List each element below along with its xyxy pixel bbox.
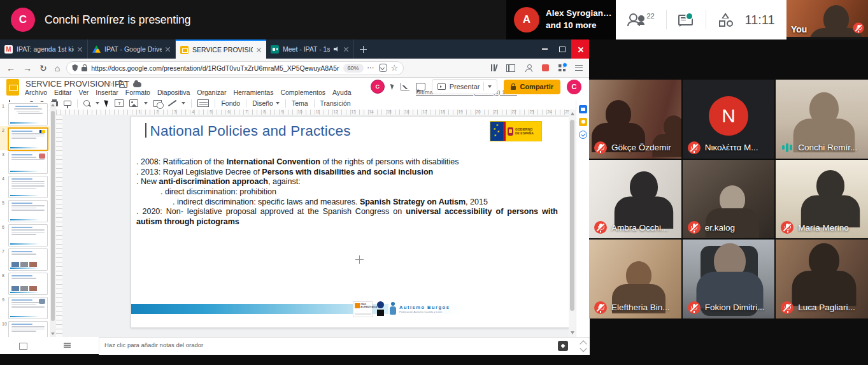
slide-title[interactable]: National Policies and Practices [145,123,351,140]
close-tab-icon[interactable] [78,47,83,52]
move-folder-icon[interactable] [119,82,127,88]
transition-button[interactable]: Transición [320,99,351,107]
participant-tile[interactable]: Eleftheria Bin... [589,240,681,318]
sidebar-icon[interactable] [506,64,515,72]
thumbnail-slide-3[interactable]: 3 [0,150,50,175]
calendar-icon[interactable] [579,105,587,113]
thumbnail-scrollbar[interactable] [50,102,56,337]
profile-icon[interactable] [525,64,532,72]
participant-tile[interactable]: N Νικολέττα Μ... [683,80,775,159]
menu-hamburger-icon[interactable] [575,65,583,71]
home-button[interactable]: ⌂ [55,64,60,73]
star-document-icon[interactable]: ☆ [107,80,113,88]
https-lock-icon[interactable] [82,67,87,71]
thumbnail-slide-7[interactable]: 7 [0,247,50,271]
new-tab-button[interactable] [354,39,372,59]
current-slide[interactable]: National Policies and Practices ★★★★ GOB… [131,116,570,328]
thumbnail-slide-1[interactable]: 1 [0,102,50,126]
thumbnail-slide-8[interactable]: 8 [0,271,50,296]
activity-dashboard-icon[interactable] [401,83,409,90]
participant-name: Luca Pagliari... [798,303,855,312]
text-box-icon[interactable]: T [115,99,124,107]
participant-tile[interactable]: er.kalog [683,160,775,239]
page-actions-icon[interactable]: ⋯ [367,64,375,72]
keep-icon[interactable] [579,118,587,126]
thumbnail-slide-5[interactable]: 5 [0,199,50,223]
autismo-figure-icon [388,301,397,317]
canvas-scrollbar[interactable] [569,110,576,337]
follow-cursor-icon[interactable] [390,83,395,90]
tab-meet[interactable]: Meet - IPAT - 1st Kick off m [266,39,354,59]
tracking-shield-icon[interactable] [72,64,78,71]
tab-drive[interactable]: IPAT - Google Drive [88,39,176,59]
library-icon[interactable] [491,64,497,71]
bookmark-star-icon[interactable]: ☆ [391,64,399,72]
people-button[interactable]: 22 [627,13,654,26]
layout-button[interactable]: Diseño [252,99,280,107]
activities-button[interactable] [718,13,733,27]
close-tab-icon[interactable] [344,47,349,52]
background-button[interactable]: Fondo [221,99,240,107]
pocket-icon[interactable] [379,64,387,72]
participant-tile[interactable]: Gökçe Özdemir [589,80,681,159]
extensions-grid-icon[interactable] [559,64,566,71]
zoom-caret[interactable] [96,102,99,104]
maximize-button[interactable] [553,39,571,59]
mic-muted-icon [594,141,607,154]
view-switcher [0,337,99,354]
insert-shape-icon[interactable] [153,100,162,107]
speaker-notes[interactable]: Haz clic para añadir notas del orador [99,337,590,355]
present-dropdown-caret[interactable] [488,85,492,88]
tab-slides-active[interactable]: SERVICE PROVISION IPAT - Pres [176,39,266,59]
autismo-burgos-logo: Autismo Burgos Federación Autismo Castil… [388,301,443,318]
grid-view-icon[interactable] [64,343,71,348]
address-bar[interactable]: https://docs.google.com/presentation/d/1… [66,61,404,75]
account-avatar[interactable]: C [567,80,581,94]
thumbnail-slide-9[interactable]: 9 [0,296,50,320]
tab-gmail[interactable]: M IPAT: agenda 1st kick off meeti [0,39,88,59]
participant-tile[interactable]: Conchi Remír... [776,80,868,159]
select-tool-icon[interactable] [104,99,110,107]
slides-app-icon[interactable] [6,79,19,96]
thumbnail-slide-6[interactable]: 6 [0,223,50,247]
participant-tile[interactable]: Luca Pagliari... [776,240,868,318]
close-window-button[interactable] [571,39,589,59]
close-tab-icon[interactable] [257,47,262,52]
presenting-banner: Conchi Remírez is presenting [45,0,191,39]
paint-format-icon[interactable] [64,101,71,106]
participant-tile[interactable]: Ambra Occhi... [589,160,681,239]
close-tab-icon[interactable] [166,47,171,52]
filmstrip-view-icon[interactable] [19,343,27,350]
page-zoom-indicator[interactable]: 60% [343,64,364,73]
present-button[interactable]: Presentar [432,79,498,94]
text-cursor [145,123,146,138]
tasks-icon[interactable] [579,131,587,139]
self-video-tile[interactable]: You [786,0,868,37]
forward-button[interactable]: → [23,64,32,73]
chat-button[interactable] [678,13,694,26]
insert-line-icon[interactable] [167,99,176,108]
placeholder-icon[interactable] [197,99,209,107]
participant-tile[interactable]: María Merino [776,160,868,239]
comments-icon[interactable] [416,83,425,90]
share-button[interactable]: Compartir [504,80,560,94]
presence-avatar[interactable]: C [371,80,385,94]
theme-button[interactable]: Tema [292,99,308,107]
minimize-button[interactable] [536,39,553,59]
extension-icon[interactable] [542,64,549,71]
insert-image-icon[interactable] [129,99,138,107]
explore-icon[interactable] [558,341,568,351]
zoom-icon[interactable] [83,100,90,106]
thumbnail-slide-2-selected[interactable]: 2 [0,126,50,150]
back-button[interactable]: ← [6,64,15,73]
participant-tile[interactable]: Fokion Dimitri... [683,240,775,318]
participants-pill[interactable]: A Alex Syrogianni... and 10 more [506,0,616,39]
reload-button[interactable]: ↻ [39,64,47,73]
thumbnail-slide-4[interactable]: 4 [0,175,50,199]
url-text[interactable]: https://docs.google.com/presentation/d/1… [91,64,339,72]
slide-body-text[interactable]: . 2008: Ratification of the Internationa… [136,157,559,227]
notes-placeholder[interactable]: Haz clic para añadir notas del orador [104,341,203,348]
notes-expand-icon[interactable] [580,345,587,352]
presenter-avatar: C [11,8,35,32]
thumbnail-slide-10[interactable]: 10 [0,320,50,337]
